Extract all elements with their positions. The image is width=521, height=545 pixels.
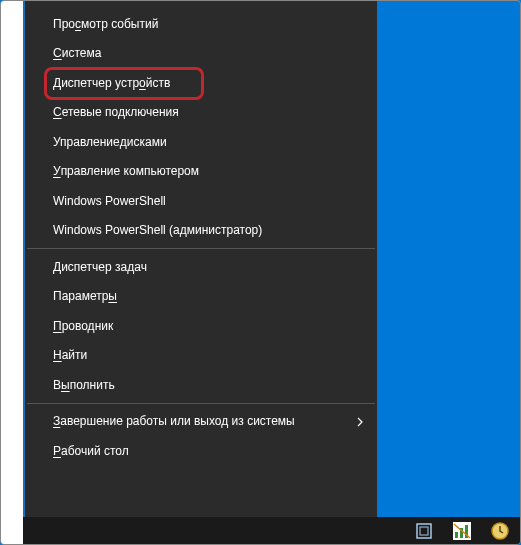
menu-separator	[27, 248, 375, 249]
menu-item-6[interactable]: Windows PowerShell	[25, 186, 377, 216]
menu-item-10[interactable]: Параметры	[25, 282, 377, 312]
menu-item-9[interactable]: Диспетчер задач	[25, 252, 377, 282]
menu-item-0[interactable]: Просмотр событий	[25, 9, 377, 39]
menu-item-3[interactable]: Сетевые подключения	[25, 98, 377, 128]
chart-icon[interactable]	[452, 521, 472, 541]
menu-item-7[interactable]: Windows PowerShell (администратор)	[25, 216, 377, 246]
menu-item-11[interactable]: Проводник	[25, 311, 377, 341]
winx-context-menu: Просмотр событийСистемаДиспетчер устройс…	[23, 1, 377, 519]
menu-item-5[interactable]: Управление компьютером	[25, 157, 377, 187]
clock-icon[interactable]	[490, 521, 510, 541]
menu-item-16[interactable]: Рабочий стол	[25, 436, 377, 466]
chevron-right-icon	[357, 416, 363, 426]
menu-item-12[interactable]: Найти	[25, 341, 377, 371]
vbox-icon[interactable]	[414, 521, 434, 541]
svg-rect-1	[420, 527, 428, 535]
svg-rect-3	[455, 532, 458, 538]
menu-item-15[interactable]: Завершение работы или выход из системы	[25, 407, 377, 437]
outer-bg-strip	[1, 1, 23, 544]
svg-rect-0	[417, 524, 431, 538]
menu-item-1[interactable]: Система	[25, 39, 377, 69]
menu-item-2[interactable]: Диспетчер устройств	[25, 68, 377, 98]
menu-item-13[interactable]: Выполнить	[25, 370, 377, 400]
menu-separator	[27, 403, 375, 404]
menu-item-4[interactable]: Управление дисками	[25, 127, 377, 157]
taskbar	[23, 517, 520, 544]
